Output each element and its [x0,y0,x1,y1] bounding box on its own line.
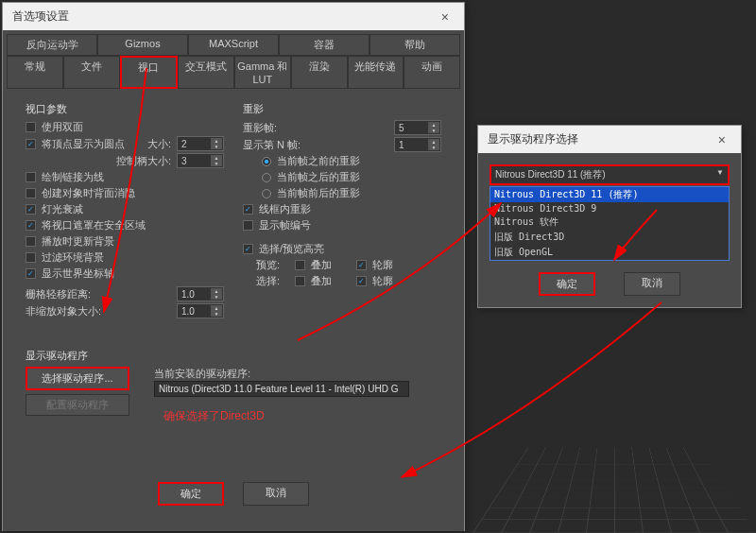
tab-interact[interactable]: 交互模式 [178,56,234,89]
tab-help[interactable]: 帮助 [369,34,460,56]
list-item[interactable]: Nitrous 软件 [490,215,729,230]
tab-render[interactable]: 渲染 [291,56,348,89]
radio-after[interactable] [262,173,271,182]
driver-listbox: Nitrous Direct3D 11 (推荐) Nitrous Direct3… [490,186,730,261]
tab-ik[interactable]: 反向运动学 [7,34,97,56]
cb-prev-ol[interactable] [356,260,367,270]
tab-general[interactable]: 常规 [7,56,63,89]
cb-wireframe[interactable] [243,204,253,215]
driver-section-title: 显示驱动程序 [26,349,441,363]
list-item[interactable]: Nitrous Direct3D 9 [490,202,729,215]
radio-both[interactable] [262,189,271,198]
driver-cancel-button[interactable]: 取消 [624,272,680,296]
cb-sel-ol[interactable] [356,276,367,286]
dialog-title: 首选项设置 [12,9,69,25]
driver-dialog-titlebar[interactable]: 显示驱动程序选择 × [478,126,741,153]
config-driver-button[interactable]: 配置驱动程序 [26,394,129,416]
radio-before[interactable] [262,157,271,166]
tab-viewport[interactable]: 视口 [120,56,179,89]
cb-filterbg[interactable] [26,252,36,263]
current-driver-field: Nitrous (Direct3D 11.0 Feature Level 11 … [154,381,409,397]
cb-prev-ov[interactable] [295,260,305,270]
cb-safe[interactable] [26,220,36,231]
cb-framenum[interactable] [243,220,253,231]
tab-row-1: 反向运动学 Gizmos MAXScript 容器 帮助 [7,34,460,56]
cb-worldaxis[interactable] [26,268,36,279]
tab-container[interactable]: 容器 [279,34,369,56]
list-item[interactable]: 旧版 OpenGL [490,245,729,260]
driver-dialog-title: 显示驱动程序选择 [488,131,578,147]
cb-links[interactable] [26,172,36,182]
current-driver-label: 当前安装的驱动程序: [154,367,409,381]
cb-double[interactable] [26,122,36,132]
preferences-dialog: 首选项设置 × 反向运动学 Gizmos MAXScript 容器 帮助 常规 … [2,2,465,531]
cb-selpreview[interactable] [243,244,253,254]
close-icon[interactable]: × [436,9,455,25]
viewport-params-title: 视口参数 [26,102,224,116]
driver-ok-button[interactable]: 确定 [539,272,595,296]
tab-gamma[interactable]: Gamma 和 LUT [234,56,291,89]
tab-files[interactable]: 文件 [63,56,120,89]
cb-updatebg[interactable] [26,236,36,247]
spinner-grid[interactable]: 1.0 [177,286,224,301]
spinner-handle[interactable]: 3 [177,153,224,168]
cb-sel-ov[interactable] [295,276,305,286]
tab-radiosity[interactable]: 光能传递 [348,56,404,89]
tab-row-2: 常规 文件 视口 交互模式 Gamma 和 LUT 渲染 光能传递 动画 [7,56,460,89]
spinner-ghost-frames[interactable]: 5 [394,120,441,135]
spinner-nonscale[interactable]: 1.0 [177,303,224,318]
dialog-titlebar[interactable]: 首选项设置 × [3,3,464,30]
main-ok-button[interactable]: 确定 [158,482,224,506]
main-cancel-button[interactable]: 取消 [243,482,309,506]
tab-gizmos[interactable]: Gizmos [97,34,188,56]
ghosting-title: 重影 [243,102,441,116]
driver-select-dialog: 显示驱动程序选择 × Nitrous Direct3D 11 (推荐) Nitr… [477,125,742,308]
annotation-note: 确保选择了Direct3D [163,408,265,424]
cb-vertex-dot[interactable] [26,139,36,149]
tab-maxscript[interactable]: MAXScript [188,34,279,56]
list-item[interactable]: Nitrous Direct3D 11 (推荐) [490,187,729,202]
tab-anim[interactable]: 动画 [404,56,460,89]
spinner-ghost-nth[interactable]: 1 [394,137,441,152]
driver-dropdown[interactable]: Nitrous Direct3D 11 (推荐) [490,164,730,185]
close-icon[interactable]: × [713,132,731,147]
spinner-size[interactable]: 2 [177,136,224,151]
cb-light[interactable] [26,204,36,215]
cb-backface[interactable] [26,188,36,198]
list-item[interactable]: 旧版 Direct3D [490,230,729,245]
choose-driver-button[interactable]: 选择驱动程序... [26,367,129,390]
